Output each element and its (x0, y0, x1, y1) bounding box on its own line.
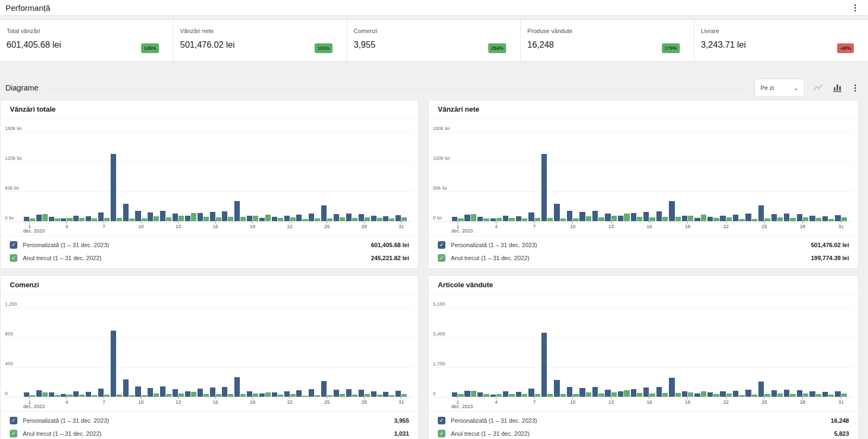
bar-group (110, 132, 123, 221)
bar-group (796, 132, 809, 221)
checkbox-checked-icon[interactable]: ✓ (438, 241, 445, 249)
x-axis-cell (707, 221, 720, 235)
x-axis-cell (553, 397, 566, 411)
bar-current (745, 390, 751, 397)
interval-select[interactable]: Pe zi ⌄ (755, 79, 805, 97)
bar-previous (191, 213, 196, 221)
y-axis-label: 1,200 (5, 301, 17, 307)
stat-card[interactable]: Comenzi3,955284% (347, 20, 521, 61)
x-tick-mark (802, 397, 803, 399)
legend-row[interactable]: ✓Personalizată (1 – 31 dec. 2023)16,248 (429, 414, 858, 427)
x-axis-cell: 19 (681, 397, 694, 411)
bar-group (395, 132, 407, 221)
bar-group (36, 307, 48, 397)
bar-current (135, 211, 141, 221)
chart-title: Vânzări totale (1, 100, 418, 119)
bar-current (567, 387, 572, 397)
bar-group (719, 307, 732, 397)
x-axis-cell (222, 221, 234, 235)
bar-previous (624, 390, 629, 397)
x-axis-label: 16 (647, 224, 652, 229)
chart-card: Vânzări nete150k lei100k lei50k lei0 lei… (428, 100, 859, 269)
bar-current (707, 392, 713, 397)
stat-card[interactable]: Produse vândute16,248179% (521, 20, 694, 61)
bar-group (783, 132, 796, 221)
bar-group (464, 307, 477, 397)
bar-group (822, 307, 835, 397)
bar-current (452, 217, 457, 221)
legend-total: 601,405.68 lei (371, 242, 409, 248)
x-axis-cell: 13 (605, 397, 618, 411)
checkbox-checked-icon[interactable]: ✓ (438, 430, 445, 437)
bar-group (630, 132, 643, 221)
bars-container (23, 307, 407, 397)
x-axis-cell (732, 221, 745, 235)
stat-trend-badge: -48% (837, 43, 854, 53)
x-axis-cell: 1dec. 2023 (23, 397, 36, 411)
bar-group (395, 307, 407, 397)
checkbox-checked-icon[interactable]: ✓ (10, 417, 17, 424)
kebab-menu-icon[interactable] (851, 2, 859, 14)
legend-label: Personalizată (1 – 31 dec. 2023) (23, 417, 109, 424)
x-axis-cell: 1dec. 2023 (451, 397, 464, 411)
bar-group (541, 307, 554, 397)
legend-row[interactable]: ✓Anul trecut (1 – 31 dec. 2022)5,823 (429, 427, 858, 439)
stat-trend-badge: 284% (488, 43, 506, 53)
bar-current (135, 386, 141, 397)
checkbox-checked-icon[interactable]: ✓ (438, 254, 445, 262)
legend-label: Anul trecut (1 – 31 dec. 2022) (451, 430, 529, 437)
x-tick-mark (290, 397, 290, 399)
bar-current (771, 390, 777, 397)
bar-group (259, 307, 271, 397)
bar-previous (611, 392, 617, 397)
bar-current (185, 391, 190, 397)
x-axis-cell (271, 221, 284, 235)
performance-header: Performanță (0, 0, 868, 16)
bar-current (321, 205, 327, 221)
x-tick-mark (572, 221, 573, 223)
bar-group (333, 132, 346, 221)
legend-row[interactable]: ✓Personalizată (1 – 31 dec. 2023)501,476… (429, 238, 858, 251)
bar-previous (598, 217, 604, 221)
y-axis-label: 50k lei (433, 185, 447, 191)
x-axis-cell: 1dec. 2023 (451, 221, 464, 235)
bar-group (668, 307, 681, 397)
bar-group (48, 132, 61, 221)
legend-row[interactable]: ✓Anul trecut (1 – 31 dec. 2022)245,221.8… (1, 251, 418, 264)
bar-current (296, 215, 302, 221)
x-tick-mark (178, 397, 178, 399)
bar-group (85, 307, 98, 397)
legend-row[interactable]: ✓Personalizată (1 – 31 dec. 2023)3,955 (1, 414, 418, 427)
x-axis-cell (579, 221, 592, 235)
plot-area: 1,2008004000 (5, 307, 413, 397)
bar-group (502, 307, 515, 397)
bar-previous (253, 216, 258, 221)
bar-current (784, 390, 789, 397)
bar-current (720, 216, 725, 221)
x-axis-cell (308, 397, 321, 411)
bar-group (732, 307, 745, 397)
checkbox-checked-icon[interactable]: ✓ (10, 430, 17, 437)
checkbox-checked-icon[interactable]: ✓ (10, 241, 17, 249)
x-axis-cell (371, 221, 383, 235)
bar-group (656, 307, 669, 397)
stat-card[interactable]: Livrare3,243.71 lei-48% (694, 20, 868, 61)
checkbox-checked-icon[interactable]: ✓ (438, 417, 445, 424)
legend-row[interactable]: ✓Personalizată (1 – 31 dec. 2023)601,405… (1, 238, 418, 251)
x-axis-cell (477, 397, 490, 411)
x-axis-cell (541, 221, 554, 235)
x-axis-cell (333, 397, 346, 411)
legend-row[interactable]: ✓Anul trecut (1 – 31 dec. 2022)1,031 (1, 427, 418, 439)
checkbox-checked-icon[interactable]: ✓ (10, 254, 17, 262)
bar-current (516, 216, 521, 221)
bar-group (321, 307, 333, 397)
stat-card[interactable]: Vânzări nete501,476.02 lei151% (174, 20, 347, 61)
x-tick-mark (327, 221, 327, 223)
stat-card[interactable]: Total vânzări601,405.68 lei145% (0, 20, 174, 61)
bar-group (23, 307, 36, 397)
bar-chart-toggle-button[interactable] (832, 82, 844, 94)
charts-kebab-menu-icon[interactable] (851, 82, 859, 94)
legend-row[interactable]: ✓Anul trecut (1 – 31 dec. 2022)199,774.3… (429, 251, 858, 264)
x-axis-cell (159, 221, 172, 235)
line-chart-toggle-button[interactable] (812, 82, 824, 94)
